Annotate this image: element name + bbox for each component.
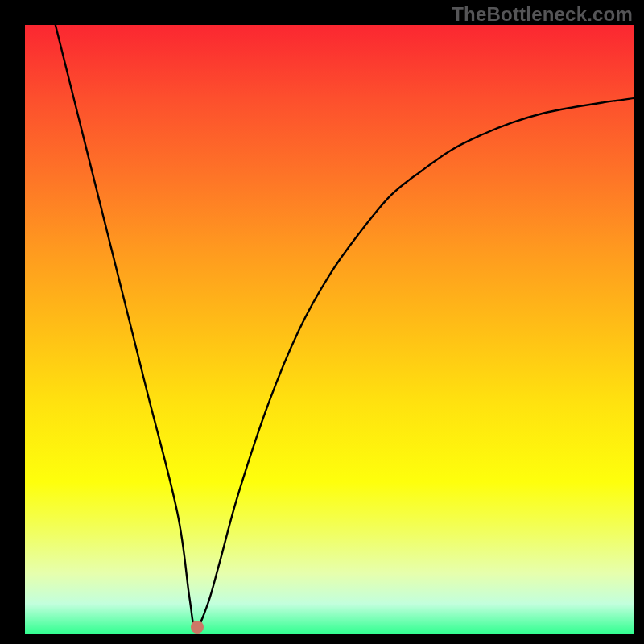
watermark-text: TheBottleneck.com (452, 3, 633, 26)
minimum-marker-dot (191, 621, 204, 634)
curve-layer (25, 25, 634, 634)
plot-area (25, 25, 634, 634)
bottleneck-curve (56, 25, 634, 629)
chart-frame: TheBottleneck.com (0, 0, 644, 644)
